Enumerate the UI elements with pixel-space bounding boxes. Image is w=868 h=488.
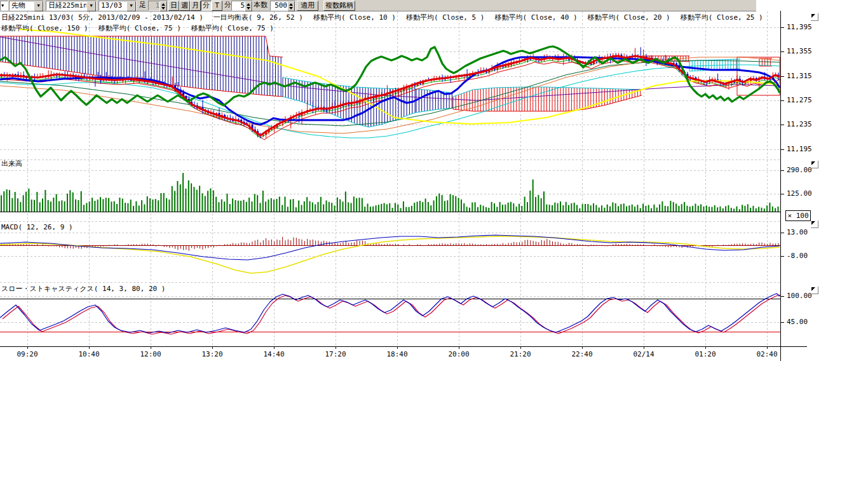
- x-axis-tick-label: 21:20: [506, 350, 534, 358]
- scale-adjust-icon[interactable]: [811, 13, 818, 21]
- volume-panel-label: 出来高: [1, 159, 22, 168]
- legend-item: 移動平均( Close, 10 ): [313, 13, 396, 22]
- x-axis-tick-label: 10:40: [75, 350, 103, 358]
- chart-canvas[interactable]: [0, 0, 868, 488]
- x-axis-tick-label: 02/14: [630, 350, 658, 358]
- y-axis-tick-label: 100.00: [787, 292, 812, 300]
- scale-adjust-icon[interactable]: [811, 161, 818, 168]
- legend-item: 移動平均( Close, 20 ): [588, 13, 670, 22]
- y-axis-tick-label: 11,235: [787, 120, 812, 128]
- y-axis-tick-label: -8.00: [787, 252, 808, 260]
- x-axis-tick-label: 20:00: [445, 350, 473, 358]
- legend-item: 移動平均( Close, 5 ): [406, 13, 484, 22]
- x-axis-tick-label: 18:40: [383, 350, 411, 358]
- x-axis-tick-label: 09:20: [13, 350, 41, 358]
- x-axis-tick-label: 17:20: [322, 350, 349, 358]
- x-axis-tick-label: 02:40: [753, 350, 781, 358]
- x-axis-tick-label: 01:20: [691, 350, 719, 358]
- legend-row-2: 移動平均( Close, 150 )移動平均( Close, 75 )移動平均(…: [1, 24, 274, 33]
- x-axis-tick-label: 13:20: [198, 350, 226, 358]
- scale-adjust-icon[interactable]: [811, 220, 818, 228]
- legend-item: 一目均衡表( 9, 26, 52 ): [214, 13, 303, 22]
- volume-multiplier-badge: × 100: [785, 210, 811, 221]
- y-axis-tick-label: 11,275: [787, 96, 812, 104]
- scale-adjust-icon[interactable]: [811, 287, 818, 294]
- legend-item: 移動平均( Close, 150 ): [1, 24, 88, 33]
- x-axis-tick-label: 14:40: [260, 350, 288, 358]
- y-axis-tick-label: 125.00: [787, 189, 812, 198]
- stoch-panel-label: スロー・ストキャスティクス( 14, 3, 80, 20 ): [1, 284, 165, 294]
- y-axis-tick-label: 11,355: [787, 47, 812, 55]
- x-axis-tick-label: 22:40: [568, 350, 596, 358]
- legend-item: 移動平均( Close, 40 ): [494, 13, 577, 22]
- chart-application-window: ▼ 先物 ▼ 日経225mini ▼ 13/03 ▼ 足 1 日 週 月 分 T…: [0, 0, 868, 488]
- legend-item: 日経225mini 13/03( 5分, 2013/02/09 - 2013/0…: [1, 13, 203, 22]
- y-axis-tick-label: 13.00: [787, 228, 808, 236]
- y-axis-tick-label: 290.00: [787, 166, 812, 174]
- y-axis-tick-label: 11,395: [787, 23, 812, 31]
- x-axis-tick-label: 12:00: [137, 350, 165, 358]
- y-axis-tick-label: 11,195: [787, 145, 812, 153]
- legend-item: 移動平均( Close, 75 ): [98, 24, 181, 33]
- y-axis-tick-label: 11,315: [787, 72, 812, 80]
- legend-item: 移動平均( Close, 75 ): [191, 24, 274, 33]
- legend-item: 移動平均( Close, 25 ): [681, 13, 763, 22]
- macd-panel-label: MACD( 12, 26, 9 ): [1, 223, 73, 231]
- y-axis-tick-label: 45.00: [787, 318, 808, 326]
- legend-row-1: 日経225mini 13/03( 5分, 2013/02/09 - 2013/0…: [1, 13, 763, 22]
